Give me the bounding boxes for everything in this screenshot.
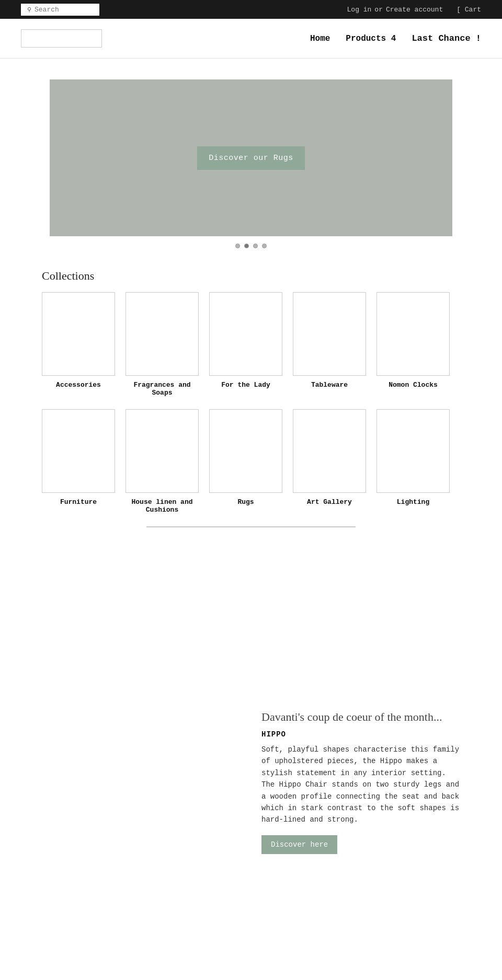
nav-last-chance[interactable]: Last Chance ! [412, 33, 481, 43]
collection-img-furniture [42, 409, 115, 493]
feature-description: Soft, playful shapes characterise this f… [261, 744, 460, 826]
create-account-link[interactable]: Create account [386, 6, 443, 14]
collections-title: Collections [42, 269, 460, 283]
collection-lighting[interactable]: Lighting [376, 409, 450, 514]
section-divider [146, 526, 356, 527]
collection-img-fragrances [126, 292, 199, 376]
hero-discover-button[interactable]: Discover our Rugs [197, 146, 305, 170]
logo [21, 29, 102, 48]
dot-3[interactable] [253, 244, 258, 248]
feature-section: Davanti's coup de coeur of the month... … [0, 543, 502, 854]
collection-label-lady: For the Lady [221, 381, 270, 389]
dot-2[interactable] [244, 244, 249, 248]
collection-lady[interactable]: For the Lady [209, 292, 282, 397]
collection-label-fragrances: Fragrances and Soaps [126, 381, 199, 397]
collection-rugs[interactable]: Rugs [209, 409, 282, 514]
collection-label-linen: House linen and Cushions [126, 498, 199, 514]
collection-label-rugs: Rugs [237, 498, 254, 506]
collection-label-lighting: Lighting [397, 498, 429, 506]
collection-label-furniture: Furniture [60, 498, 97, 506]
collection-tableware[interactable]: Tableware [293, 292, 366, 397]
feature-heading: Davanti's coup de coeur of the month... [261, 710, 460, 724]
collection-label-accessories: Accessories [56, 381, 101, 389]
feature-image [42, 543, 241, 854]
search-input[interactable] [35, 6, 92, 14]
auth-links: Log in or Create account [ Cart [347, 6, 481, 14]
collection-fragrances[interactable]: Fragrances and Soaps [126, 292, 199, 397]
carousel-dots [235, 244, 267, 248]
collections-row-2: Furniture House linen and Cushions Rugs … [42, 409, 460, 514]
nav-home[interactable]: Home [310, 34, 330, 43]
feature-product-name: HIPPO [261, 730, 460, 739]
cart-link[interactable]: [ Cart [457, 6, 481, 14]
collection-art[interactable]: Art Gallery [293, 409, 366, 514]
hero-section: Discover our Rugs [0, 59, 502, 259]
collection-img-lady [209, 292, 282, 376]
collection-furniture[interactable]: Furniture [42, 409, 115, 514]
collection-label-tableware: Tableware [311, 381, 348, 389]
dot-4[interactable] [262, 244, 267, 248]
search-icon: ⚲ [27, 6, 31, 13]
collection-img-accessories [42, 292, 115, 376]
collection-label-nomon: Nomon Clocks [389, 381, 438, 389]
collection-img-linen [126, 409, 199, 493]
login-link[interactable]: Log in [347, 6, 372, 14]
collections-row-1: Accessories Fragrances and Soaps For the… [42, 292, 460, 397]
collection-label-art: Art Gallery [307, 498, 352, 506]
collection-img-nomon [376, 292, 450, 376]
collections-section: Collections Accessories Fragrances and S… [0, 259, 502, 538]
secondary-nav: Home Products 4 Last Chance ! [0, 19, 502, 59]
feature-discover-button[interactable]: Discover here [261, 835, 337, 854]
collection-nomon[interactable]: Nomon Clocks [376, 292, 450, 397]
feature-text: Davanti's coup de coeur of the month... … [261, 543, 460, 854]
top-bar: ⚲ Log in or Create account [ Cart [0, 0, 502, 19]
collection-img-rugs [209, 409, 282, 493]
collection-linen[interactable]: House linen and Cushions [126, 409, 199, 514]
dot-1[interactable] [235, 244, 240, 248]
nav-products[interactable]: Products 4 [346, 34, 396, 43]
or-text: or [374, 6, 383, 14]
collection-img-art [293, 409, 366, 493]
collection-img-lighting [376, 409, 450, 493]
collection-accessories[interactable]: Accessories [42, 292, 115, 397]
hero-image: Discover our Rugs [50, 79, 452, 236]
collection-img-tableware [293, 292, 366, 376]
main-navigation: Home Products 4 Last Chance ! [310, 33, 481, 43]
search-box[interactable]: ⚲ [21, 4, 99, 16]
